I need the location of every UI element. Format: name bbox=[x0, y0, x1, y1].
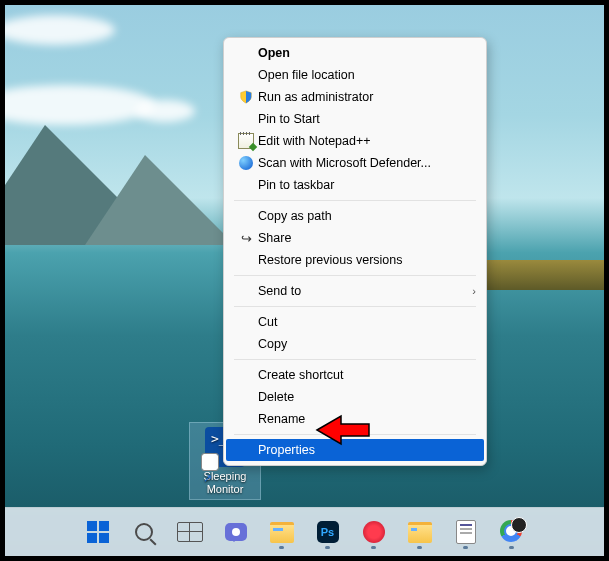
blank-icon bbox=[236, 177, 256, 193]
menu-separator bbox=[234, 359, 476, 360]
folder2-icon bbox=[408, 522, 432, 543]
opera-button[interactable] bbox=[354, 512, 394, 552]
menu-item-label: Open bbox=[256, 46, 476, 60]
task-view-button[interactable] bbox=[170, 512, 210, 552]
blank-icon bbox=[236, 314, 256, 330]
chrome-steam-icon bbox=[500, 520, 524, 544]
blank-icon bbox=[236, 283, 256, 299]
menu-item-pin-to-taskbar[interactable]: Pin to taskbar bbox=[226, 174, 484, 196]
menu-item-label: Edit with Notepad++ bbox=[256, 134, 476, 148]
menu-item-label: Open file location bbox=[256, 68, 476, 82]
menu-item-label: Copy bbox=[256, 337, 476, 351]
menu-item-label: Cut bbox=[256, 315, 476, 329]
taskbar: Ps bbox=[5, 507, 604, 556]
menu-item-cut[interactable]: Cut bbox=[226, 311, 484, 333]
menu-item-send-to[interactable]: Send to› bbox=[226, 280, 484, 302]
chat-icon bbox=[225, 523, 247, 541]
menu-item-label: Properties bbox=[256, 443, 476, 457]
wallpaper-cloud bbox=[135, 100, 195, 122]
menu-separator bbox=[234, 275, 476, 276]
opera-icon bbox=[363, 521, 385, 543]
menu-item-open[interactable]: Open bbox=[226, 42, 484, 64]
search-icon bbox=[135, 523, 153, 541]
blank-icon bbox=[236, 442, 256, 458]
menu-item-label: Copy as path bbox=[256, 209, 476, 223]
start-icon bbox=[87, 521, 109, 543]
menu-item-properties[interactable]: Properties bbox=[226, 439, 484, 461]
ps-icon: Ps bbox=[317, 521, 339, 543]
taskview-icon bbox=[177, 522, 203, 542]
desktop-frame: ↗ Sleeping Monitor OpenOpen file locatio… bbox=[5, 5, 604, 556]
wallpaper-mountain bbox=[85, 155, 235, 245]
explorer-icon bbox=[270, 522, 294, 543]
blank-icon bbox=[236, 367, 256, 383]
blank-icon bbox=[236, 252, 256, 268]
menu-item-create-shortcut[interactable]: Create shortcut bbox=[226, 364, 484, 386]
notepad-icon bbox=[236, 133, 256, 149]
notepad-icon bbox=[456, 520, 476, 544]
shortcut-overlay-icon: ↗ bbox=[201, 472, 213, 484]
menu-item-open-file-location[interactable]: Open file location bbox=[226, 64, 484, 86]
search-button[interactable] bbox=[124, 512, 164, 552]
menu-separator bbox=[234, 434, 476, 435]
file-explorer-button[interactable] bbox=[262, 512, 302, 552]
photoshop-button[interactable]: Ps bbox=[308, 512, 348, 552]
blank-icon bbox=[236, 336, 256, 352]
menu-item-rename[interactable]: Rename bbox=[226, 408, 484, 430]
defender-icon bbox=[236, 155, 256, 171]
wallpaper-cloud bbox=[5, 15, 115, 45]
menu-item-label: Send to bbox=[256, 284, 472, 298]
menu-item-delete[interactable]: Delete bbox=[226, 386, 484, 408]
chrome-button[interactable] bbox=[492, 512, 532, 552]
menu-item-label: Create shortcut bbox=[256, 368, 476, 382]
notepad-button[interactable] bbox=[446, 512, 486, 552]
menu-item-label: Share bbox=[256, 231, 476, 245]
menu-item-share[interactable]: ↪Share bbox=[226, 227, 484, 249]
wallpaper-cloud bbox=[5, 85, 155, 125]
menu-item-label: Pin to taskbar bbox=[256, 178, 476, 192]
blank-icon bbox=[236, 411, 256, 427]
blank-icon bbox=[236, 389, 256, 405]
menu-item-label: Run as administrator bbox=[256, 90, 476, 104]
menu-item-run-as-administrator[interactable]: Run as administrator bbox=[226, 86, 484, 108]
folder-pinned-button[interactable] bbox=[400, 512, 440, 552]
start-button[interactable] bbox=[78, 512, 118, 552]
menu-separator bbox=[234, 306, 476, 307]
blank-icon bbox=[236, 67, 256, 83]
menu-item-label: Restore previous versions bbox=[256, 253, 476, 267]
menu-item-restore-previous-versions[interactable]: Restore previous versions bbox=[226, 249, 484, 271]
menu-item-label: Scan with Microsoft Defender... bbox=[256, 156, 476, 170]
menu-item-edit-with-notepad[interactable]: Edit with Notepad++ bbox=[226, 130, 484, 152]
shield-icon bbox=[236, 89, 256, 105]
menu-item-copy[interactable]: Copy bbox=[226, 333, 484, 355]
menu-item-label: Pin to Start bbox=[256, 112, 476, 126]
menu-separator bbox=[234, 200, 476, 201]
menu-item-label: Rename bbox=[256, 412, 476, 426]
context-menu: OpenOpen file locationRun as administrat… bbox=[223, 37, 487, 466]
chat-button[interactable] bbox=[216, 512, 256, 552]
menu-item-label: Delete bbox=[256, 390, 476, 404]
blank-icon bbox=[236, 45, 256, 61]
chevron-right-icon: › bbox=[472, 285, 476, 297]
menu-item-copy-as-path[interactable]: Copy as path bbox=[226, 205, 484, 227]
menu-item-pin-to-start[interactable]: Pin to Start bbox=[226, 108, 484, 130]
blank-icon bbox=[236, 111, 256, 127]
share-icon: ↪ bbox=[236, 230, 256, 246]
menu-item-scan-with-microsoft-defender[interactable]: Scan with Microsoft Defender... bbox=[226, 152, 484, 174]
blank-icon bbox=[236, 208, 256, 224]
